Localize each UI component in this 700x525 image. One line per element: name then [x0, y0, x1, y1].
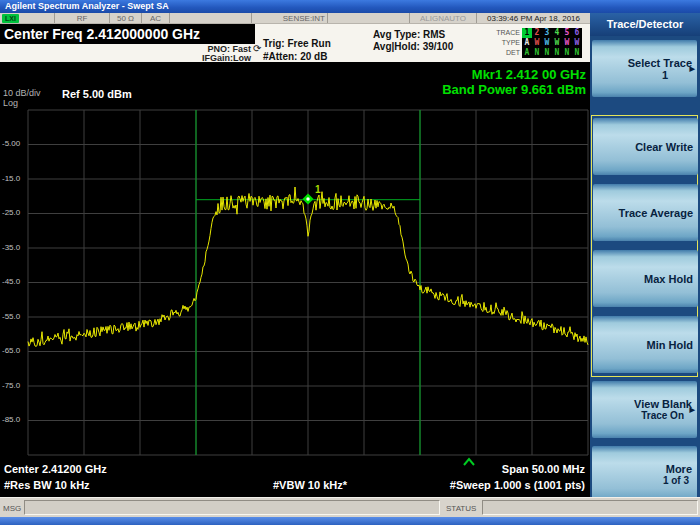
- graticule: [28, 110, 588, 455]
- softkey-label: Clear Write: [635, 141, 693, 153]
- legend-cell: 3: [542, 28, 552, 38]
- rf-indicator: RF: [55, 13, 110, 23]
- softkey-value: 1: [662, 69, 692, 81]
- align-indicator: ALIGNAUTO: [410, 13, 477, 23]
- legend-cell: 1: [522, 28, 532, 38]
- msg-label: MSG: [3, 504, 21, 513]
- center-freq-annotation: Center 2.41200 GHz: [4, 463, 107, 475]
- marker-dot: [306, 197, 309, 200]
- trace-mode-group: Clear Write Trace Average Max Hold Min H…: [591, 115, 698, 377]
- legend-cell: A: [522, 38, 532, 48]
- softkey-sublabel: 1 of 3: [663, 475, 692, 486]
- status-spacer: [170, 13, 252, 23]
- window-title: Agilent Spectrum Analyzer - Swept SA: [5, 1, 169, 11]
- softkey-label: Trace Average: [619, 207, 693, 219]
- softkey-view-blank[interactable]: View Blank Trace On ▶: [592, 381, 697, 438]
- status-label: STATUS: [446, 504, 476, 513]
- trace-type-label: TYPE: [480, 38, 520, 48]
- taskbar-strip[interactable]: [0, 517, 700, 525]
- softkey-clear-write[interactable]: Clear Write: [593, 118, 698, 175]
- legend-cell: 4: [552, 28, 562, 38]
- avg-hold-status: Avg|Hold: 39/100: [373, 41, 453, 52]
- trace-det-row: DETANNNNN: [480, 48, 582, 58]
- menu-title: Trace/Detector: [590, 13, 700, 36]
- window-title-bar: Agilent Spectrum Analyzer - Swept SA: [0, 0, 700, 13]
- status-field: [482, 500, 698, 515]
- legend-cell: W: [572, 38, 582, 48]
- softkey-label: Select Trace: [628, 57, 692, 69]
- sense-indicator: SENSE:INT: [252, 13, 328, 23]
- center-freq-display: Center Freq 2.412000000 GHz: [0, 24, 255, 44]
- legend-dets-row: ANNNNN: [522, 48, 582, 58]
- legend-cell: 2: [532, 28, 542, 38]
- softkey-more[interactable]: More 1 of 3: [592, 446, 697, 503]
- legend-cell: W: [542, 38, 552, 48]
- spectrum-display: Mkr1 2.412 00 GHz Band Power 9.661 dBm 1…: [0, 62, 590, 497]
- datetime-display: 03:39:46 PM Apr 18, 2016: [477, 13, 590, 23]
- graticule-plot: 1: [0, 62, 590, 497]
- trace-legend: TRACE123456 TYPEAWWWWW DETANNNNN: [480, 28, 582, 58]
- atten-status: #Atten: 20 dB: [263, 51, 327, 62]
- measurement-bar: Center Freq 2.412000000 GHz PNO: Fast ⟳ …: [0, 24, 590, 62]
- softkey-label: View Blank: [634, 398, 692, 410]
- sweep-position-icon: [464, 459, 474, 465]
- vbw-annotation: #VBW 10 kHz*: [230, 479, 390, 491]
- sweep-annotation: #Sweep 1.000 s (1001 pts): [450, 479, 585, 491]
- legend-cell: W: [552, 38, 562, 48]
- pno-loop-icon: ⟳: [253, 43, 261, 54]
- submenu-arrow-icon: ▶: [690, 65, 695, 73]
- res-bw-annotation: #Res BW 10 kHz: [4, 479, 90, 491]
- legend-cell: W: [532, 38, 542, 48]
- softkey-label: Min Hold: [647, 339, 693, 351]
- trace-type-row: TYPEAWWWWW: [480, 38, 582, 48]
- lxi-badge: LXI: [2, 14, 19, 23]
- legend-cell: N: [572, 48, 582, 58]
- softkey-sublabel: Trace On: [641, 410, 692, 421]
- legend-cell: N: [542, 48, 552, 58]
- softkey-menu: Trace/Detector Select Trace 1 ▶ Clear Wr…: [590, 13, 700, 497]
- status-strip: LXI RF 50 Ω AC SENSE:INT ALIGNAUTO 03:39…: [0, 13, 590, 24]
- legend-cell: N: [532, 48, 542, 58]
- softkey-min-hold[interactable]: Min Hold: [593, 316, 698, 373]
- submenu-arrow-icon: ▶: [690, 406, 695, 414]
- softkey-label: More: [666, 463, 692, 475]
- legend-cell: N: [562, 48, 572, 58]
- span-annotation: Span 50.00 MHz: [502, 463, 585, 475]
- msg-field: [24, 500, 440, 515]
- spectrum-analyzer-app: Agilent Spectrum Analyzer - Swept SA LXI…: [0, 0, 700, 525]
- legend-traces-row: 123456: [522, 28, 582, 38]
- status-spacer: [328, 13, 410, 23]
- legend-types-row: AWWWWW: [522, 38, 582, 48]
- legend-cell: A: [522, 48, 532, 58]
- legend-cell: 5: [562, 28, 572, 38]
- trace-legend-row: TRACE123456: [480, 28, 582, 38]
- marker-label: 1: [315, 184, 321, 195]
- softkey-max-hold[interactable]: Max Hold: [593, 250, 698, 307]
- legend-cell: W: [562, 38, 572, 48]
- trace-det-label: DET: [480, 48, 520, 58]
- softkey-select-trace[interactable]: Select Trace 1 ▶: [592, 40, 697, 97]
- status-footer: MSG STATUS: [0, 497, 700, 517]
- trace-legend-label: TRACE: [480, 28, 520, 38]
- lxi-indicator: LXI: [0, 13, 55, 23]
- softkey-label: Max Hold: [644, 273, 693, 285]
- impedance-indicator: 50 Ω: [110, 13, 142, 23]
- softkey-trace-average[interactable]: Trace Average: [593, 184, 698, 241]
- trigger-status: Trig: Free Run: [263, 38, 331, 49]
- legend-cell: 6: [572, 28, 582, 38]
- legend-cell: N: [552, 48, 562, 58]
- avg-type-status: Avg Type: RMS: [373, 29, 445, 40]
- coupling-indicator: AC: [142, 13, 170, 23]
